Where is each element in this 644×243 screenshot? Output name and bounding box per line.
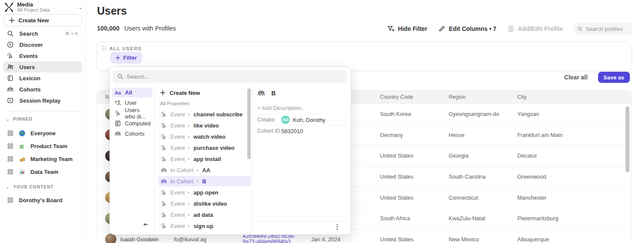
event-spark-icon bbox=[161, 156, 167, 162]
cohort-icon bbox=[7, 86, 14, 93]
sidebar-board-product-team[interactable]: Product Team bbox=[3, 140, 82, 152]
create-new-button[interactable]: Create New bbox=[3, 14, 82, 26]
users-page: Media All Project Data ⌄ Create New Sear… bbox=[0, 0, 644, 243]
hide-filter-button[interactable]: Hide Filter bbox=[387, 25, 427, 32]
property-item-sign-up[interactable]: Event▸sign up bbox=[158, 221, 251, 231]
drag-handle-icon[interactable] bbox=[102, 46, 106, 51]
page-title: Users bbox=[97, 5, 127, 17]
sidebar-board-data-team[interactable]: Data Team bbox=[3, 166, 82, 178]
edit-columns-button[interactable]: Edit Columns • 7 bbox=[438, 25, 496, 32]
category-all[interactable]: Aa All bbox=[112, 88, 152, 97]
property-item-watch-video[interactable]: Event▸watch video bbox=[158, 131, 251, 142]
property-item-dislike-video[interactable]: Event▸dislike video bbox=[158, 198, 251, 209]
category-computed[interactable]: Computed bbox=[112, 118, 152, 128]
workspace-switcher[interactable]: Media All Project Data ⌄ bbox=[4, 1, 82, 14]
add-filter-button[interactable]: Filter bbox=[110, 52, 142, 64]
property-item-app-open[interactable]: Event▸app open bbox=[158, 187, 251, 197]
profiles-search-input[interactable] bbox=[586, 26, 629, 32]
board-grid-icon bbox=[7, 197, 14, 204]
sidebar-board-dorothys-board[interactable]: Dorothy's Board bbox=[3, 194, 82, 206]
board-label: Product Team bbox=[30, 143, 67, 149]
sidebar-divider bbox=[5, 111, 81, 112]
globe-icon bbox=[19, 130, 25, 137]
bar-chart-icon bbox=[19, 169, 25, 175]
property-item-like-video[interactable]: Event▸like video bbox=[158, 120, 251, 131]
column-header-region[interactable]: Region bbox=[449, 94, 517, 100]
cell-city: Albuquerque bbox=[517, 236, 586, 243]
keyboard-shortcut: ⌘ + K bbox=[65, 31, 78, 36]
edit-columns-label: Edit Columns • 7 bbox=[449, 25, 496, 32]
cohort-icon bbox=[161, 178, 167, 185]
sidebar-item-cohorts[interactable]: Cohorts bbox=[3, 84, 82, 95]
board-grid-icon bbox=[7, 168, 14, 175]
sidebar-item-search[interactable]: Search ⌘ + K bbox=[3, 28, 82, 39]
search-icon bbox=[117, 73, 123, 79]
sidebar-item-events[interactable]: Events bbox=[3, 50, 82, 61]
sidebar-item-label: Users bbox=[19, 64, 35, 70]
cell-country: United States bbox=[380, 236, 449, 243]
event-spark-icon bbox=[161, 134, 167, 140]
workspace-name: Media bbox=[17, 2, 50, 7]
your-content-section-header[interactable]: ⌄ YOUR CONTENT bbox=[6, 185, 54, 189]
property-item-in-cohort-aa[interactable]: In Cohort▸AA bbox=[158, 165, 251, 175]
sidebar-item-users[interactable]: Users bbox=[3, 61, 82, 73]
plus-icon bbox=[9, 18, 15, 23]
add-description-button[interactable]: + Add Description... bbox=[257, 105, 306, 111]
sidebar-board-everyone[interactable]: Everyone bbox=[3, 127, 82, 139]
clear-all-button[interactable]: Clear all bbox=[564, 74, 587, 81]
category-users-who-did[interactable]: Users who di... bbox=[112, 108, 152, 118]
dropdown-search-box[interactable] bbox=[113, 70, 347, 83]
event-spark-icon bbox=[7, 52, 14, 59]
cell-distinct-id[interactable]: 42c08e49-2e92-5c36-9a73-a84eb8684fa3 bbox=[243, 234, 298, 243]
cell-country: South Korea bbox=[380, 111, 449, 117]
computed-icon bbox=[115, 120, 121, 127]
sidebar-board-marketing-team[interactable]: Marketing Team bbox=[3, 153, 82, 165]
property-item-in-cohort-b[interactable]: In Cohort▸B bbox=[158, 176, 251, 186]
event-spark-icon bbox=[161, 200, 167, 207]
dropdown-create-new-button[interactable]: Create New bbox=[158, 88, 251, 98]
cell-region: Hesse bbox=[449, 132, 517, 138]
board-grid-icon bbox=[7, 143, 14, 149]
cell-city: Manchester bbox=[517, 194, 586, 201]
cohort-detail-panel: B + Add Description... Creator KD Koh, D… bbox=[253, 86, 351, 234]
property-item-channel-subscribe[interactable]: Event▸channel subscribe bbox=[158, 109, 251, 119]
funnel-plus-icon bbox=[387, 25, 395, 32]
sidebar: Media All Project Data ⌄ Create New Sear… bbox=[0, 0, 86, 243]
sidebar-nav: Search ⌘ + K Discover Events Users Lexic… bbox=[3, 28, 82, 106]
sidebar-item-lexicon[interactable]: Lexicon bbox=[3, 73, 82, 84]
cell-country: United States bbox=[380, 152, 449, 159]
dropdown-scrollbar[interactable] bbox=[247, 88, 251, 159]
your-content-label: YOUR CONTENT bbox=[13, 185, 54, 189]
sidebar-item-session-replay[interactable]: Session Replay bbox=[3, 95, 82, 106]
sidebar-item-discover[interactable]: Discover bbox=[3, 39, 82, 50]
cell-updated: Jan 4, 2024 bbox=[311, 236, 380, 243]
column-header-city[interactable]: City bbox=[517, 94, 586, 100]
creator-label: Creator bbox=[257, 117, 281, 123]
dropdown-search-input[interactable] bbox=[127, 73, 343, 80]
profiles-search-box[interactable] bbox=[574, 23, 632, 35]
table-scrollbar[interactable] bbox=[626, 106, 629, 172]
more-options-icon[interactable]: ⋮ bbox=[334, 223, 340, 231]
board-label: Everyone bbox=[30, 130, 56, 137]
property-item-app-install[interactable]: Event▸app install bbox=[158, 154, 251, 164]
dropdown-category-rail: Aa All User Users who di... Computed bbox=[110, 86, 155, 234]
property-item-purchase-video[interactable]: Event▸purchase video bbox=[158, 143, 251, 153]
board-grid-icon bbox=[7, 130, 14, 137]
cell-country: United States bbox=[380, 194, 449, 201]
save-as-button[interactable]: Save as bbox=[598, 72, 630, 83]
category-cohorts[interactable]: Cohorts bbox=[112, 129, 152, 139]
megaphone-icon bbox=[19, 156, 25, 162]
cell-city: Greenwood bbox=[517, 173, 586, 180]
collapse-panel-icon[interactable]: ⇤ bbox=[143, 221, 149, 228]
column-header-country-code[interactable]: Country Code bbox=[380, 94, 449, 100]
pinned-section-header[interactable]: ⌄ PINNED bbox=[6, 117, 33, 122]
property-item-ad-data[interactable]: Event▸ad data bbox=[158, 210, 251, 220]
event-spark-icon bbox=[161, 145, 167, 151]
board-label: Marketing Team bbox=[30, 156, 73, 162]
user-count: 100,000 bbox=[97, 25, 119, 32]
cohort-detail-title: B bbox=[257, 89, 276, 97]
pinned-label: PINNED bbox=[13, 117, 33, 122]
cell-city: Decatur bbox=[517, 152, 586, 159]
add-edit-profile-button[interactable]: Add/Edit Profile bbox=[507, 25, 563, 32]
sidebar-item-label: Cohorts bbox=[19, 86, 41, 93]
